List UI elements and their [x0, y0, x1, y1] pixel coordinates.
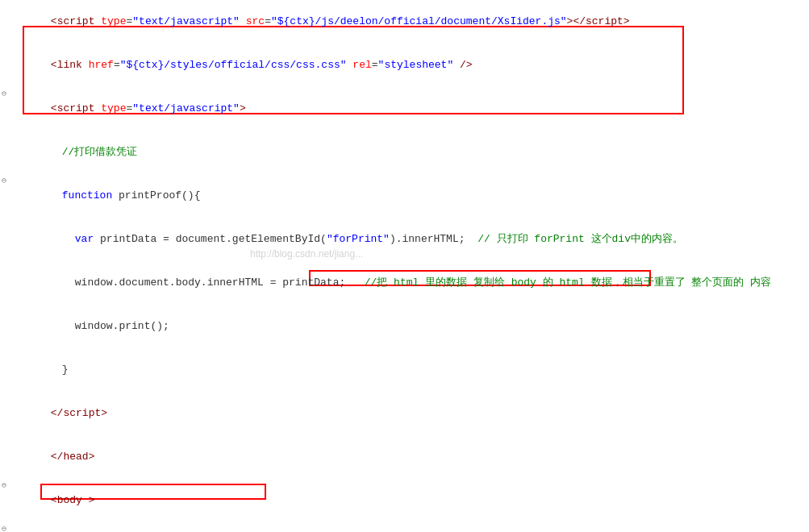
content-6: var printData = document.getElementById(…: [11, 218, 809, 261]
code-line-1: <script type="text/javascript" src="${ct…: [0, 0, 809, 44]
code-line-2: <link href="${ctx}/styles/official/css/c…: [0, 44, 809, 87]
content-7: window.document.body.innerHTML = printDa…: [11, 261, 809, 305]
content-2: <link href="${ctx}/styles/official/css/c…: [11, 44, 809, 87]
content-3: <script type="text/javascript">: [11, 87, 809, 131]
content-13: <div class="panel-top">: [11, 522, 809, 532]
code-line-6: var printData = document.getElementById(…: [0, 218, 809, 261]
content-4: //打印借款凭证: [11, 131, 809, 174]
code-line-10: </script>: [0, 392, 809, 435]
gutter-13: ⊖: [0, 522, 11, 532]
code-line-3: ⊖ <script type="text/javascript">: [0, 87, 809, 131]
content-10: </script>: [11, 392, 809, 435]
content-1: <script type="text/javascript" src="${ct…: [11, 0, 809, 44]
code-line-11: </head>: [0, 435, 809, 479]
content-11: </head>: [11, 435, 809, 479]
content-9: }: [11, 348, 809, 392]
code-line-7: window.document.body.innerHTML = printDa…: [0, 261, 809, 305]
content-8: window.print();: [11, 305, 809, 348]
code-line-4: //打印借款凭证: [0, 131, 809, 174]
content-12: <body >: [11, 479, 809, 522]
code-line-9: }: [0, 348, 809, 392]
gutter-3: ⊖: [0, 87, 11, 102]
code-line-5: ⊖ function printProof(){: [0, 174, 809, 218]
code-line-8: window.print();: [0, 305, 809, 348]
code-container: http://blog.csdn.net/jiang... <script ty…: [0, 0, 809, 532]
code-line-13: ⊖ <div class="panel-top">: [0, 522, 809, 532]
gutter-5: ⊖: [0, 174, 11, 189]
content-5: function printProof(){: [11, 174, 809, 218]
gutter-12: ⊖: [0, 479, 11, 493]
code-line-12: ⊖ <body >: [0, 479, 809, 522]
